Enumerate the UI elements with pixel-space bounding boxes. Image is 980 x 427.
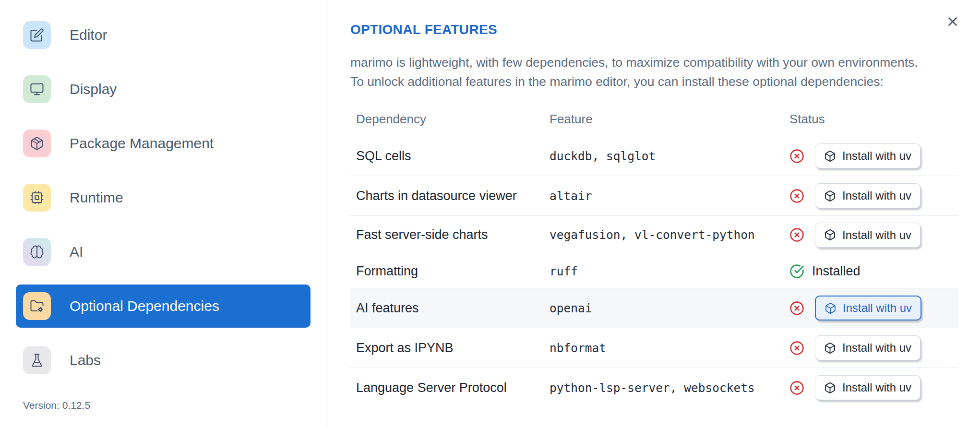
status-installed-label: Installed: [812, 264, 860, 279]
monitor-icon: [23, 75, 51, 103]
dependency-cell: Fast server-side charts: [350, 227, 550, 242]
install-with-uv-button[interactable]: Install with uv: [815, 143, 920, 168]
brain-icon: [23, 238, 51, 266]
dependency-cell: SQL cells: [350, 149, 550, 164]
status-cell: Installed: [789, 264, 958, 279]
dependency-cell: Charts in datasource viewer: [350, 189, 550, 203]
box-icon: [824, 229, 836, 241]
panel-description: marimo is lightweight, with few dependen…: [350, 53, 980, 91]
page-title: OPTIONAL FEATURES: [350, 22, 497, 37]
sidebar-item-label: Editor: [70, 27, 107, 43]
install-with-uv-button[interactable]: Install with uv: [815, 375, 920, 400]
feature-cell: duckdb, sqlglot: [550, 149, 789, 163]
feature-cell: openai: [550, 301, 789, 315]
status-cell: Install with uv: [789, 335, 958, 360]
circle-x-icon: [789, 227, 804, 242]
box-icon: [824, 190, 836, 202]
box-icon: [824, 342, 836, 354]
flask-icon: [23, 346, 51, 374]
install-button-label: Install with uv: [842, 189, 911, 202]
feature-cell: altair: [550, 189, 789, 203]
table-row-charts-in-datasource-viewer: Charts in datasource vieweraltairInstall…: [350, 176, 958, 216]
feature-cell: nbformat: [550, 341, 789, 355]
sidebar-item-editor[interactable]: Editor: [16, 13, 311, 57]
column-header-dependency: Dependency: [350, 112, 550, 127]
circle-x-icon: [789, 189, 804, 203]
settings-sidebar: EditorDisplayPackage ManagementRuntimeAI…: [0, 0, 326, 427]
install-with-uv-button[interactable]: Install with uv: [815, 296, 921, 320]
dependency-cell: Language Server Protocol: [350, 380, 550, 395]
table-row-formatting: FormattingruffInstalled: [350, 254, 958, 288]
install-button-label: Install with uv: [842, 341, 911, 355]
table-header-row: Dependency Feature Status: [350, 103, 958, 136]
table-row-fast-server-side-charts: Fast server-side chartsvegafusion, vl-co…: [350, 216, 958, 254]
dependency-cell: Export as IPYNB: [350, 341, 550, 356]
feature-cell: ruff: [550, 264, 789, 278]
sidebar-item-ai[interactable]: AI: [16, 230, 311, 273]
feature-cell: python-lsp-server, websockets: [550, 381, 789, 395]
sidebar-item-optional-dependencies[interactable]: Optional Dependencies: [16, 285, 311, 328]
dependencies-table: Dependency Feature Status SQL cellsduckd…: [350, 103, 958, 407]
description-line-2: To unlock additional features in the mar…: [350, 72, 980, 91]
install-button-label: Install with uv: [843, 301, 912, 315]
column-header-feature: Feature: [550, 112, 789, 127]
table-row-ai-features: AI featuresopenaiInstall with uv: [350, 288, 958, 328]
table-row-export-as-ipynb: Export as IPYNBnbformatInstall with uv: [350, 328, 958, 368]
install-with-uv-button[interactable]: Install with uv: [815, 183, 920, 208]
package-icon: [23, 130, 51, 157]
sidebar-item-runtime[interactable]: Runtime: [16, 176, 311, 219]
install-button-label: Install with uv: [842, 149, 911, 163]
box-icon: [824, 382, 836, 394]
circle-x-icon: [789, 341, 804, 356]
feature-cell: vegafusion, vl-convert-python: [550, 228, 789, 242]
sidebar-item-display[interactable]: Display: [16, 68, 311, 111]
x-icon: [945, 14, 960, 29]
close-button[interactable]: [942, 11, 964, 33]
sidebar-item-label: Display: [70, 81, 117, 97]
optional-features-panel: OPTIONAL FEATURES marimo is lightweight,…: [327, 0, 980, 427]
version-label: Version: 0.12.5: [23, 400, 90, 411]
status-cell: Install with uv: [789, 375, 958, 400]
dependency-cell: Formatting: [350, 264, 550, 279]
circle-x-icon: [789, 149, 804, 164]
box-icon: [825, 302, 837, 314]
dependency-cell: AI features: [350, 301, 550, 316]
circle-check-icon: [789, 264, 804, 279]
install-with-uv-button[interactable]: Install with uv: [815, 335, 920, 360]
sidebar-item-label: Labs: [70, 352, 101, 368]
sidebar-item-label: AI: [70, 244, 83, 260]
box-icon: [824, 150, 836, 162]
status-cell: Install with uv: [789, 296, 958, 320]
install-button-label: Install with uv: [842, 228, 911, 242]
status-cell: Install with uv: [789, 143, 958, 168]
cpu-icon: [23, 184, 51, 212]
status-cell: Install with uv: [789, 183, 958, 208]
sidebar-item-package-management[interactable]: Package Management: [16, 122, 311, 165]
settings-dialog: EditorDisplayPackage ManagementRuntimeAI…: [0, 0, 980, 427]
description-line-1: marimo is lightweight, with few dependen…: [350, 53, 980, 72]
table-body: SQL cellsduckdb, sqlglotInstall with uvC…: [350, 136, 958, 407]
sidebar-item-label: Optional Dependencies: [70, 298, 219, 314]
sidebar-item-label: Runtime: [70, 190, 123, 206]
circle-x-icon: [789, 380, 804, 395]
status-cell: Install with uv: [789, 223, 958, 248]
install-button-label: Install with uv: [842, 381, 911, 394]
circle-x-icon: [789, 301, 804, 316]
folder-cog-icon: [23, 292, 51, 320]
table-row-sql-cells: SQL cellsduckdb, sqlglotInstall with uv: [350, 136, 958, 176]
sidebar-item-labs[interactable]: Labs: [16, 339, 311, 382]
sidebar-item-label: Package Management: [70, 135, 214, 152]
table-row-language-server-protocol: Language Server Protocolpython-lsp-serve…: [350, 368, 958, 407]
edit-icon: [23, 21, 51, 49]
install-with-uv-button[interactable]: Install with uv: [815, 223, 920, 248]
column-header-status: Status: [789, 112, 958, 127]
